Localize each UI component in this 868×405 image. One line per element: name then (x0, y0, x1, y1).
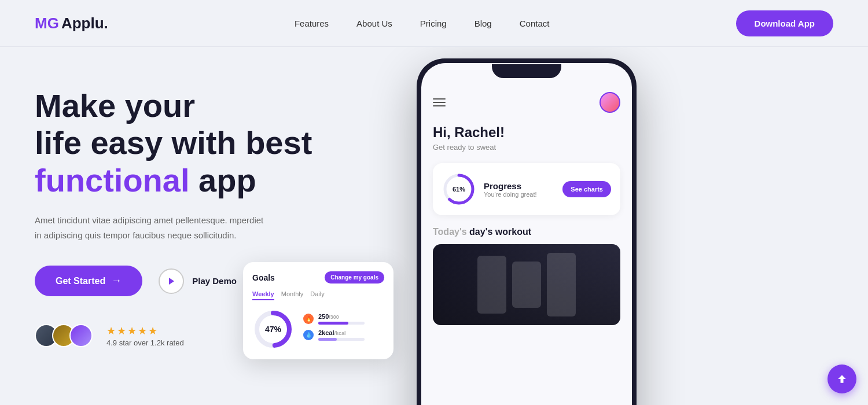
hero-title-app: app (198, 162, 256, 198)
progress-sublabel: You're doing great! (484, 191, 537, 198)
calories-bar (318, 322, 348, 325)
progress-card: 61% Progress You're doing great! See cha… (433, 163, 620, 215)
progress-left: 61% Progress You're doing great! (442, 172, 537, 206)
stars: ★★★★★ (106, 325, 184, 337)
person-1 (477, 256, 506, 314)
phone-screen-inner: Hi, Rachel! Get ready to sweat 61% (421, 63, 632, 405)
person-2 (512, 262, 541, 308)
hero-title-line2: life easy with best (35, 124, 312, 161)
hero-description: Amet tincidunt vitae adipiscing amet pel… (35, 213, 266, 242)
play-demo-button[interactable]: Play Demo → (159, 268, 250, 294)
avatars-group (35, 324, 87, 347)
hero-title: Make your life easy with best functional… (35, 87, 336, 199)
phone-subtitle: Get ready to sweat (433, 143, 620, 152)
goals-tab-monthly[interactable]: Monthly (281, 290, 304, 300)
hero-title-line1: Make your (35, 87, 195, 124)
user-avatar (599, 92, 620, 113)
phone-mockup: Hi, Rachel! Get ready to sweat 61% (417, 58, 637, 405)
play-icon-circle (159, 268, 184, 294)
kcal-values: 2kcal/kcal (318, 329, 384, 341)
header: MG Applu. Features About Us Pricing Blog… (0, 0, 868, 46)
change-goals-button[interactable]: Change my goals (325, 271, 384, 284)
nav-features[interactable]: Features (295, 19, 329, 28)
goals-stat-kcal: 💧 2kcal/kcal (303, 329, 384, 341)
kcal-icon: 💧 (303, 330, 314, 340)
goals-card: Goals Change my goals Weekly Monthly Dai… (243, 262, 393, 359)
see-charts-button[interactable]: See charts (562, 181, 611, 197)
progress-percentage: 61% (453, 186, 465, 193)
goals-tabs: Weekly Monthly Daily (252, 290, 384, 300)
goals-tab-weekly[interactable]: Weekly (252, 290, 274, 300)
right-content: Goals Change my goals Weekly Monthly Dai… (336, 70, 833, 405)
goals-donut-percentage: 47% (265, 325, 281, 334)
calories-values: 250/300 (318, 313, 384, 325)
logo-mg: MG (35, 14, 59, 32)
phone-screen: Hi, Rachel! Get ready to sweat 61% (421, 63, 632, 405)
arrow-up-icon (836, 373, 848, 385)
goals-header: Goals Change my goals (252, 271, 384, 284)
logo: MG Applu. (35, 14, 108, 32)
nav-contact[interactable]: Contact (520, 19, 550, 28)
rating-info: ★★★★★ 4.9 star over 1.2k rated (106, 325, 184, 347)
avatar-3 (69, 324, 93, 347)
calories-icon: 🔥 (303, 314, 314, 324)
hero-title-functional: functional (35, 162, 190, 198)
play-demo-label: Play Demo → (192, 276, 250, 286)
workout-section-title: Today's day's workout (433, 227, 620, 237)
goals-stats: 🔥 250/300 💧 (303, 313, 384, 345)
workout-image (433, 244, 620, 325)
goals-tab-daily[interactable]: Daily (310, 290, 324, 300)
progress-text: Progress You're doing great! (484, 181, 537, 198)
rating-text: 4.9 star over 1.2k rated (106, 338, 184, 347)
person-3 (547, 253, 576, 316)
nav: Features About Us Pricing Blog Contact (295, 19, 550, 28)
phone-greeting: Hi, Rachel! (433, 124, 620, 141)
play-icon (167, 277, 175, 285)
progress-circle: 61% (442, 172, 476, 206)
nav-pricing[interactable]: Pricing (420, 19, 447, 28)
main-content: Make your life easy with best functional… (0, 47, 868, 405)
kcal-bar-container (318, 338, 365, 341)
nav-blog[interactable]: Blog (475, 19, 492, 28)
phone-notch (492, 64, 561, 78)
goals-stat-calories: 🔥 250/300 (303, 313, 384, 325)
calories-bar-container (318, 322, 365, 325)
logo-applu: Applu. (61, 14, 108, 32)
goals-title: Goals (252, 273, 275, 282)
arrow-icon: → (111, 275, 122, 287)
goals-donut: 47% (252, 308, 294, 350)
kcal-main: 2kcal/kcal (318, 329, 384, 336)
goals-content: 47% 🔥 250/300 (252, 308, 384, 350)
get-started-button[interactable]: Get Started → (35, 266, 142, 296)
nav-about-us[interactable]: About Us (356, 19, 392, 28)
progress-label: Progress (484, 181, 537, 191)
get-started-label: Get Started (56, 276, 105, 286)
hamburger-icon (433, 98, 446, 106)
download-app-button[interactable]: Download App (736, 10, 833, 36)
kcal-bar (318, 338, 337, 341)
svg-marker-0 (169, 278, 174, 285)
fab-button[interactable] (827, 365, 856, 393)
workout-people (433, 244, 620, 325)
phone-header-bar (433, 92, 620, 113)
calories-main: 250/300 (318, 313, 384, 320)
